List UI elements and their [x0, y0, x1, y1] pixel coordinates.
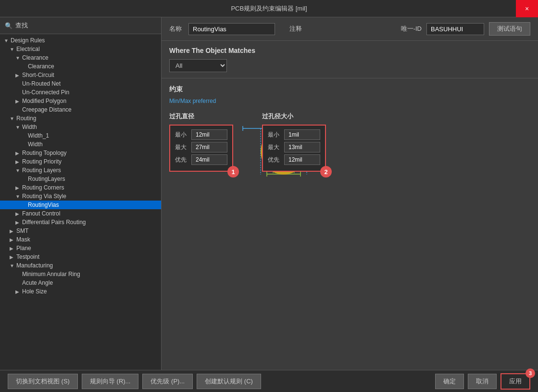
- tree-item-testpoint[interactable]: ▶Testpoint: [0, 253, 161, 261]
- tree-arrow: ▶: [10, 237, 16, 242]
- tree-arrow: ▼: [10, 263, 16, 268]
- via-min-label: 最小: [175, 131, 188, 139]
- tree-label: Testpoint: [16, 253, 39, 260]
- tree-item-acute-angle[interactable]: Acute Angle: [0, 278, 161, 287]
- tree-item-routing-topology[interactable]: ▶Routing Topology: [0, 149, 161, 157]
- search-icon: 🔍: [5, 22, 13, 29]
- tree-item-routing-layers[interactable]: ▼Routing Layers: [0, 166, 161, 175]
- tree-item-routing-priority[interactable]: ▶Routing Priority: [0, 157, 161, 166]
- tree-label: Fanout Control: [22, 210, 60, 217]
- tree-item-routing-vias[interactable]: RoutingVias: [0, 201, 161, 209]
- cancel-button[interactable]: 取消: [468, 374, 497, 389]
- unique-id-value: BASUHHUI: [426, 23, 484, 35]
- tree-item-manufacturing[interactable]: ▼Manufacturing: [0, 261, 161, 270]
- create-default-rules-button[interactable]: 创建默认规则 (C): [197, 374, 261, 389]
- tree-label: Width: [22, 124, 37, 130]
- left-panel: 🔍 查找 ▼Design Rules▼Electrical▼ClearanceC…: [0, 17, 162, 370]
- tree-item-differential-pairs[interactable]: ▶Differential Pairs Routing: [0, 218, 161, 227]
- via-diameter-title: 过孔直径: [169, 112, 233, 121]
- hole-max-label: 最大: [268, 143, 281, 152]
- tree-item-short-circuit[interactable]: ▶Short-Circuit: [0, 71, 161, 79]
- tree-item-electrical[interactable]: ▼Electrical: [0, 45, 161, 53]
- rules-wizard-button[interactable]: 规则向导 (R)...: [82, 374, 139, 389]
- close-button[interactable]: ×: [516, 0, 538, 17]
- tree-arrow: ▼: [15, 194, 22, 199]
- tree-item-width[interactable]: Width: [0, 140, 161, 149]
- window-title: PCB规则及约束编辑器 [mil]: [231, 4, 307, 13]
- tree-item-un-routed-net[interactable]: Un-Routed Net: [0, 79, 161, 88]
- ok-button[interactable]: 确定: [435, 374, 464, 389]
- tree-arrow: ▶: [15, 73, 22, 78]
- tree-label: Plane: [16, 245, 31, 252]
- tree-item-un-connected-pin[interactable]: Un-Connected Pin: [0, 88, 161, 97]
- via-inputs-box: 最小 最大 优先: [169, 125, 233, 172]
- tree-item-routing-corners[interactable]: ▶Routing Corners: [0, 183, 161, 192]
- tree-label: Routing Corners: [22, 184, 64, 191]
- switch-doc-view-button[interactable]: 切换到文档视图 (S): [8, 374, 78, 389]
- tree-label: SMT: [16, 228, 28, 234]
- tree-arrow: ▶: [10, 246, 16, 251]
- tree-item-hole-size[interactable]: ▶Hole Size: [0, 287, 161, 296]
- tree-label: Differential Pairs Routing: [22, 219, 86, 226]
- via-pref-input[interactable]: [191, 154, 227, 165]
- hole-min-row: 最小: [268, 129, 320, 140]
- tree-label: Modified Polygon: [22, 98, 66, 104]
- tree-item-creepage-distance[interactable]: Creepage Distance: [0, 105, 161, 114]
- test-button[interactable]: 测试语句: [489, 22, 530, 36]
- tree-item-mask[interactable]: ▶Mask: [0, 235, 161, 244]
- tree-arrow: ▶: [15, 99, 22, 104]
- tree-label: Width: [28, 141, 43, 148]
- tree-item-width-group[interactable]: ▼Width: [0, 123, 161, 131]
- tree-label: Un-Routed Net: [22, 80, 61, 87]
- bottom-bar: 切换到文档视图 (S) 规则向导 (R)... 优先级 (P)... 创建默认规…: [0, 370, 538, 392]
- hole-min-input[interactable]: [284, 129, 320, 140]
- name-input[interactable]: [188, 23, 275, 35]
- where-section: Where The Object Matches All: [162, 41, 538, 78]
- tree-arrow: ▶: [15, 220, 22, 225]
- tree-arrow: ▼: [10, 116, 16, 121]
- tree-label: Routing Layers: [22, 167, 61, 174]
- tree-item-design-rules[interactable]: ▼Design Rules: [0, 36, 161, 45]
- tree-item-modified-polygon[interactable]: ▶Modified Polygon: [0, 97, 161, 105]
- main-container: 🔍 查找 ▼Design Rules▼Electrical▼ClearanceC…: [0, 17, 538, 370]
- tree-label: RoutingVias: [28, 202, 59, 208]
- tree-item-routing-layers-child[interactable]: RoutingLayers: [0, 175, 161, 183]
- hole-pref-input[interactable]: [284, 154, 320, 165]
- tree-label: Short-Circuit: [22, 72, 54, 78]
- tree-label: Clearance: [28, 63, 54, 70]
- tree-label: Minimum Annular Ring: [22, 271, 80, 278]
- via-max-row: 最大: [175, 142, 227, 152]
- priority-button[interactable]: 优先级 (P)...: [142, 374, 193, 389]
- constraints-title: 约束: [169, 85, 530, 94]
- tree-arrow: ▶: [15, 151, 22, 156]
- via-min-input[interactable]: [191, 129, 227, 140]
- via-hole-block: 过孔径大小 最小 最大 优先: [262, 112, 326, 172]
- tree-item-fanout-control[interactable]: ▶Fanout Control: [0, 209, 161, 218]
- tree-container[interactable]: ▼Design Rules▼Electrical▼ClearanceCleara…: [0, 34, 161, 370]
- search-bar: 🔍 查找: [0, 17, 161, 34]
- tree-label: Routing Priority: [22, 158, 62, 165]
- via-max-input[interactable]: [191, 142, 227, 152]
- constraints-section: 约束 Min/Max preferred 过孔直径 最小 最大: [162, 78, 538, 370]
- where-dropdown[interactable]: All: [169, 59, 227, 72]
- tree-item-plane[interactable]: ▶Plane: [0, 244, 161, 253]
- tree-label: Acute Angle: [22, 279, 53, 286]
- tree-item-routing-via-style[interactable]: ▼Routing Via Style: [0, 192, 161, 201]
- search-label: 查找: [15, 21, 28, 30]
- badge-3: 3: [525, 368, 535, 378]
- tree-item-min-annular[interactable]: Minimum Annular Ring: [0, 270, 161, 278]
- tree-item-clearance-group[interactable]: ▼Clearance: [0, 53, 161, 62]
- tree-label: Routing Topology: [22, 150, 67, 156]
- tree-arrow: ▶: [10, 254, 16, 260]
- tree-item-routing[interactable]: ▼Routing: [0, 114, 161, 123]
- tree-label: Manufacturing: [16, 262, 53, 269]
- hole-max-row: 最大: [268, 142, 320, 152]
- tree-item-clearance[interactable]: Clearance: [0, 62, 161, 71]
- tree-label: Mask: [16, 236, 30, 243]
- tree-label: Creepage Distance: [22, 106, 72, 113]
- hole-max-input[interactable]: [284, 142, 320, 152]
- tree-label: Width_1: [28, 132, 49, 139]
- tree-arrow: ▼: [15, 125, 22, 130]
- tree-item-width-1[interactable]: Width_1: [0, 131, 161, 140]
- tree-item-smt[interactable]: ▶SMT: [0, 227, 161, 235]
